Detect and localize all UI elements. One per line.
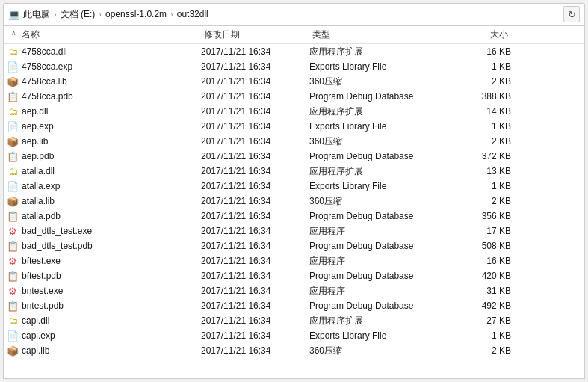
file-icon-dll: 🗂 [7,315,19,327]
file-icon-exp: 📄 [7,180,19,192]
file-name: aep.dll [22,106,48,117]
col-header-size[interactable]: 大小 [451,28,511,41]
file-icon-dll: 🗂 [7,46,19,58]
file-date-cell: 2017/11/21 16:34 [201,226,309,236]
table-row[interactable]: 🗂 atalla.dll 2017/11/21 16:34 应用程序扩展 13 … [4,164,584,179]
file-size-cell: 17 KB [451,226,511,236]
table-row[interactable]: 📋 bftest.pdb 2017/11/21 16:34 Program De… [4,268,584,283]
table-row[interactable]: 📋 atalla.pdb 2017/11/21 16:34 Program De… [4,209,584,224]
file-size-cell: 1 KB [451,61,511,72]
file-date-cell: 2017/11/21 16:34 [201,256,309,266]
table-row[interactable]: 📋 bad_dtls_test.pdb 2017/11/21 16:34 Pro… [4,238,584,253]
file-name-cell: ⚙ bftest.exe [7,255,201,267]
file-date-cell: 2017/11/21 16:34 [201,151,309,161]
file-name: bftest.pdb [22,271,61,281]
file-type-cell: Program Debug Database [309,91,451,102]
breadcrumb-pc[interactable]: 此电脑 [23,8,50,21]
file-date-cell: 2017/11/21 16:34 [201,301,309,311]
table-row[interactable]: 📄 4758cca.exp 2017/11/21 16:34 Exports L… [4,59,584,74]
file-date-cell: 2017/11/21 16:34 [201,330,309,341]
file-name: capi.dll [22,315,49,326]
table-row[interactable]: 🗂 aep.dll 2017/11/21 16:34 应用程序扩展 14 KB [4,104,584,119]
file-size-cell: 372 KB [451,151,511,161]
file-icon-dll: 🗂 [7,105,19,117]
file-size-cell: 388 KB [451,91,511,102]
breadcrumb-openssl[interactable]: openssl-1.0.2m [105,9,167,19]
table-row[interactable]: ⚙ bftest.exe 2017/11/21 16:34 应用程序 16 KB [4,253,584,268]
col-header-name[interactable]: 名称 [7,28,201,41]
file-name: bftest.exe [22,256,61,266]
file-date-cell: 2017/11/21 16:34 [201,61,309,72]
table-row[interactable]: ⚙ bad_dtls_test.exe 2017/11/21 16:34 应用程… [4,224,584,238]
breadcrumb-current[interactable]: out32dll [177,9,208,19]
pc-icon: 💻 [8,9,20,20]
file-date-cell: 2017/11/21 16:34 [201,196,309,206]
table-row[interactable]: 📋 bntest.pdb 2017/11/21 16:34 Program De… [4,298,584,313]
file-date-cell: 2017/11/21 16:34 [201,315,309,326]
file-type-cell: 360压缩 [309,76,451,88]
refresh-button[interactable]: ↻ [563,6,580,22]
file-name-cell: 🗂 4758cca.dll [7,46,201,58]
file-type-cell: Program Debug Database [309,301,451,311]
file-icon-exp: 📄 [7,61,19,73]
file-size-cell: 1 KB [451,181,511,191]
table-row[interactable]: 🗂 4758cca.dll 2017/11/21 16:34 应用程序扩展 16… [4,44,584,59]
file-date-cell: 2017/11/21 16:34 [201,121,309,132]
address-bar[interactable]: 💻 此电脑 › 文档 (E:) › openssl-1.0.2m › out32… [3,3,585,25]
table-row[interactable]: 📦 aep.lib 2017/11/21 16:34 360压缩 2 KB [4,134,584,149]
file-name: aep.exp [22,121,54,132]
table-row[interactable]: 🗂 capi.dll 2017/11/21 16:34 应用程序扩展 27 KB [4,313,584,328]
file-type-cell: 应用程序扩展 [309,46,451,58]
file-name-cell: 📋 bntest.pdb [7,300,201,312]
file-type-cell: 应用程序 [309,285,451,298]
file-icon-pdb: 📋 [7,300,19,312]
table-row[interactable]: 📄 aep.exp 2017/11/21 16:34 Exports Libra… [4,119,584,134]
table-row[interactable]: 📄 capi.exp 2017/11/21 16:34 Exports Libr… [4,328,584,343]
file-name-cell: ⚙ bntest.exe [7,285,201,297]
file-explorer: ∧ 名称 修改日期 类型 大小 🗂 4758cca.dll 2017/11/21… [3,25,585,379]
table-row[interactable]: 📦 atalla.lib 2017/11/21 16:34 360压缩 2 KB [4,194,584,209]
file-name: capi.lib [22,345,49,356]
file-name: 4758cca.exp [22,61,72,72]
file-type-cell: 360压缩 [309,195,451,208]
file-name: 4758cca.dll [22,46,67,57]
table-row[interactable]: 📋 4758cca.pdb 2017/11/21 16:34 Program D… [4,89,584,104]
file-type-cell: Program Debug Database [309,241,451,251]
col-header-type[interactable]: 类型 [309,28,451,41]
table-row[interactable]: ⚙ bntest.exe 2017/11/21 16:34 应用程序 31 KB [4,283,584,298]
file-date-cell: 2017/11/21 16:34 [201,181,309,191]
file-date-cell: 2017/11/21 16:34 [201,136,309,147]
file-type-cell: 应用程序扩展 [309,315,451,327]
table-row[interactable]: 📄 atalla.exp 2017/11/21 16:34 Exports Li… [4,179,584,194]
file-name: bntest.exe [22,286,63,296]
table-row[interactable]: 📦 4758cca.lib 2017/11/21 16:34 360压缩 2 K… [4,74,584,89]
file-icon-exp: 📄 [7,120,19,132]
file-list[interactable]: 🗂 4758cca.dll 2017/11/21 16:34 应用程序扩展 16… [4,44,584,378]
file-name: bntest.pdb [22,301,64,311]
file-icon-exe: ⚙ [7,255,19,267]
file-date-cell: 2017/11/21 16:34 [201,166,309,176]
file-icon-dll: 🗂 [7,165,19,177]
file-name: atalla.lib [22,196,55,206]
file-name-cell: ⚙ bad_dtls_test.exe [7,225,201,237]
file-icon-pdb: 📋 [7,270,19,282]
col-header-date[interactable]: 修改日期 [201,28,309,41]
file-type-cell: 应用程序扩展 [309,165,451,178]
breadcrumb-docs[interactable]: 文档 (E:) [61,8,96,21]
file-icon-pdb: 📋 [7,150,19,162]
file-name: capi.exp [22,330,55,341]
file-name: aep.lib [22,136,48,147]
table-row[interactable]: 📋 aep.pdb 2017/11/21 16:34 Program Debug… [4,149,584,164]
file-date-cell: 2017/11/21 16:34 [201,91,309,102]
file-name-cell: 📄 capi.exp [7,330,201,342]
file-type-cell: Exports Library File [309,181,451,191]
file-date-cell: 2017/11/21 16:34 [201,46,309,57]
file-name-cell: 📦 aep.lib [7,135,201,147]
file-name-cell: 📋 atalla.pdb [7,210,201,222]
file-date-cell: 2017/11/21 16:34 [201,76,309,87]
file-size-cell: 492 KB [451,301,511,311]
column-headers: ∧ 名称 修改日期 类型 大小 [4,26,584,44]
table-row[interactable]: 📦 capi.lib 2017/11/21 16:34 360压缩 2 KB [4,343,584,358]
file-name-cell: 📄 atalla.exp [7,180,201,192]
file-size-cell: 14 KB [451,106,511,117]
